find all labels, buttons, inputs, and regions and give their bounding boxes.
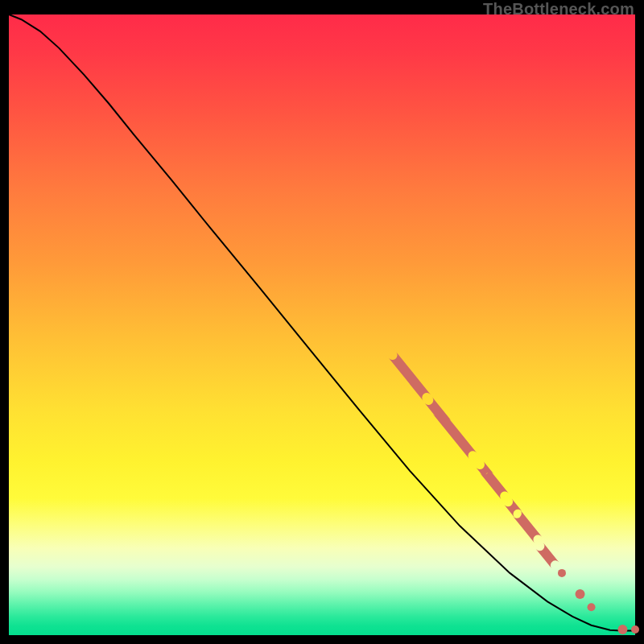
- marker-dot: [631, 625, 639, 634]
- marker-dot-layer: [558, 569, 639, 634]
- chart-plot: [9, 14, 635, 635]
- marker-cluster-layer: [389, 352, 559, 568]
- bottleneck-curve: [9, 14, 635, 631]
- marker-cluster: [536, 543, 559, 569]
- marker-dot: [558, 569, 566, 577]
- marker-cluster: [504, 498, 522, 517]
- marker-dot: [617, 625, 627, 634]
- marker-cluster: [389, 352, 431, 400]
- marker-cluster: [513, 510, 542, 543]
- marker-dot: [588, 603, 596, 611]
- marker-cluster: [433, 408, 477, 459]
- marker-dot: [576, 589, 585, 599]
